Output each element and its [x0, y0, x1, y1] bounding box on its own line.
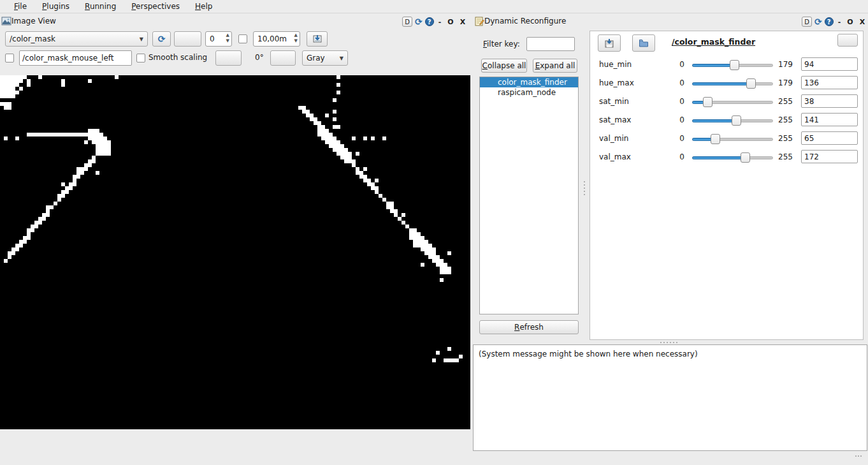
publish-mouse-checkbox[interactable] — [5, 54, 14, 63]
param-name: hue_min — [599, 60, 632, 69]
help-icon[interactable]: ? — [425, 17, 434, 26]
spinbox-arrows-icon[interactable]: ▲▼ — [226, 33, 229, 44]
resize-grip[interactable] — [855, 455, 862, 457]
menu-item-plugins[interactable]: Plugins — [34, 1, 77, 13]
param-row-sat_min: sat_min0255 — [590, 92, 863, 111]
horizontal-splitter[interactable] — [660, 342, 677, 343]
save-image-button[interactable] — [307, 31, 328, 47]
dynamic-range-checkbox[interactable] — [238, 34, 247, 43]
refresh-nodes-button[interactable]: Refresh — [479, 320, 579, 334]
spinbox-arrows-icon[interactable]: ▲▼ — [294, 33, 298, 44]
save-image-icon — [312, 34, 322, 44]
minimize-button[interactable]: - — [836, 18, 843, 26]
param-name: sat_max — [599, 115, 631, 124]
filter-key-label: Filter key: — [483, 40, 520, 48]
param-slider[interactable] — [692, 152, 773, 163]
frame-skip-spinbox[interactable]: 0 ▲▼ — [205, 31, 232, 47]
slider-handle[interactable] — [703, 97, 712, 107]
param-value-input[interactable] — [801, 57, 858, 71]
refresh-topics-button[interactable]: ⟳ — [152, 31, 171, 47]
colormap-value: Gray — [307, 54, 325, 63]
dock-button[interactable]: D — [402, 17, 412, 27]
smooth-scaling-checkbox[interactable] — [136, 54, 145, 63]
param-name: hue_max — [599, 78, 634, 87]
frame-skip-value: 0 — [210, 34, 215, 43]
slider-handle[interactable] — [711, 134, 720, 144]
param-row-hue_min: hue_min0179 — [590, 55, 863, 74]
dynamic-reconfigure-title: Dynamic Reconfigure — [484, 17, 566, 26]
param-slider[interactable] — [692, 115, 773, 126]
blank-button[interactable] — [270, 50, 296, 66]
image-view-title: Image View — [11, 17, 56, 26]
tree-item-color_mask_finder[interactable]: color_mask_finder — [480, 77, 578, 87]
minimize-button[interactable]: - — [437, 18, 444, 26]
system-message-box[interactable]: (System message might be shown here when… — [473, 344, 867, 451]
param-max: 179 — [774, 60, 793, 69]
param-max: 255 — [774, 97, 793, 106]
param-value-input[interactable] — [801, 150, 858, 163]
filter-key-input[interactable] — [526, 37, 575, 51]
close-button[interactable]: X — [458, 18, 467, 26]
max-range-value: 10,00m — [257, 34, 287, 43]
rotation-label: 0° — [255, 53, 264, 62]
save-config-icon — [604, 38, 614, 48]
help-icon[interactable]: ? — [825, 17, 834, 26]
param-slider[interactable] — [692, 134, 773, 144]
node-tree[interactable]: color_mask_finderraspicam_node — [479, 77, 579, 314]
param-row-hue_max: hue_max0179 — [590, 74, 863, 92]
param-max: 255 — [774, 134, 793, 143]
param-slider[interactable] — [692, 60, 773, 70]
chevron-down-icon: ▼ — [340, 55, 344, 61]
slider-handle[interactable] — [730, 60, 739, 70]
slider-handle[interactable] — [741, 152, 750, 163]
dynamic-reconfigure-icon — [474, 16, 484, 28]
camera-mask-image[interactable] — [0, 75, 470, 429]
menu-item-running[interactable]: Running — [77, 1, 124, 13]
close-button[interactable]: X — [858, 18, 867, 26]
param-value-input[interactable] — [801, 131, 858, 145]
param-name: sat_min — [599, 97, 629, 106]
menu-item-file[interactable]: File — [6, 1, 34, 13]
menu-item-perspectives[interactable]: Perspectives — [124, 1, 187, 13]
param-row-val_max: val_max0255 — [590, 148, 863, 166]
expand-all-button[interactable]: Expand all — [533, 59, 577, 73]
slider-handle[interactable] — [732, 115, 741, 126]
colormap-combobox[interactable]: Gray ▼ — [302, 50, 348, 66]
param-row-sat_max: sat_max0255 — [590, 111, 863, 129]
selected-node-title: /color_mask_finder — [672, 37, 755, 47]
maximize-button[interactable]: O — [845, 18, 855, 26]
parameter-panel: /color_mask_finder hue_min0179hue_max017… — [590, 31, 864, 340]
menu-bar: FilePluginsRunningPerspectivesHelp — [0, 0, 868, 13]
slider-fill — [692, 82, 753, 85]
load-config-button[interactable] — [632, 34, 655, 52]
blank-button[interactable] — [174, 31, 201, 47]
tree-item-raspicam_node[interactable]: raspicam_node — [480, 87, 578, 98]
reload-plugin-icon[interactable]: ⟳ — [415, 17, 423, 27]
dock-button[interactable]: D — [802, 17, 812, 27]
parameter-rows: hue_min0179hue_max0179sat_min0255sat_max… — [590, 55, 863, 166]
slider-fill — [692, 64, 734, 67]
param-value-input[interactable] — [801, 113, 858, 126]
mouse-topic-input[interactable] — [19, 50, 132, 66]
param-slider[interactable] — [692, 97, 773, 107]
blank-button[interactable] — [837, 34, 858, 47]
reload-plugin-icon[interactable]: ⟳ — [814, 17, 822, 27]
maximize-button[interactable]: O — [445, 18, 455, 26]
vertical-splitter[interactable] — [581, 31, 589, 337]
param-value-input[interactable] — [801, 94, 858, 108]
save-config-button[interactable] — [598, 34, 621, 52]
topic-combobox[interactable]: /color_mask ▼ — [5, 31, 148, 47]
param-row-val_min: val_min0255 — [590, 129, 863, 148]
param-min: 0 — [665, 78, 684, 87]
menu-item-help[interactable]: Help — [187, 1, 220, 13]
collapse-all-button[interactable]: Collapse all — [481, 59, 527, 73]
dynamic-reconfigure-titlebar: Dynamic Reconfigure D ⟳ ? - O X — [473, 14, 868, 29]
topic-combobox-value: /color_mask — [10, 34, 55, 43]
max-range-spinbox[interactable]: 10,00m ▲▼ — [253, 31, 300, 47]
param-value-input[interactable] — [801, 76, 858, 89]
param-min: 0 — [665, 152, 684, 161]
blank-button[interactable] — [215, 50, 242, 66]
slider-handle[interactable] — [746, 78, 756, 89]
param-slider[interactable] — [692, 78, 773, 89]
param-max: 255 — [774, 115, 793, 124]
